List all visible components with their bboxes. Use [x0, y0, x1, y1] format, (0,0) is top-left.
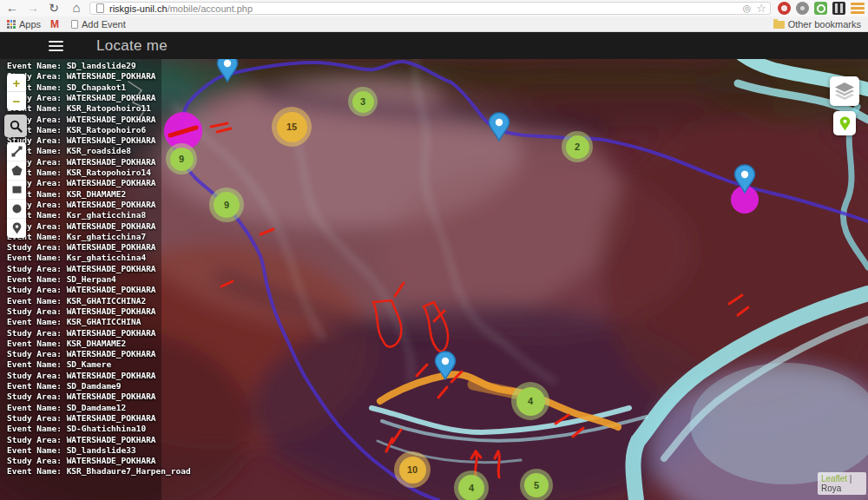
map-canvas[interactable]: Event Name: SD_landslide29Study Area: WA…	[0, 59, 868, 500]
event-list-row[interactable]: Event Name: KSR_Bhadaure7_Harpen_road	[7, 466, 191, 477]
bookmark-star-icon[interactable]: ☆	[756, 2, 766, 15]
cluster-marker[interactable]: 9	[166, 143, 197, 174]
url-bar[interactable]: riskgis-unil.ch/mobile/account.php ◎ ☆	[89, 2, 771, 15]
event-list-row[interactable]: Study Area: WATERSHADE_POKHARA	[7, 93, 156, 103]
search-button[interactable]	[4, 115, 27, 137]
event-list-row[interactable]: Study Area: WATERSHADE_POKHARA	[7, 328, 156, 339]
map-pin[interactable]	[434, 351, 457, 384]
zoom-in-button[interactable]: +	[7, 74, 26, 92]
url-host: riskgis-unil.ch	[109, 3, 168, 14]
gmail-icon: M	[50, 18, 59, 30]
event-list-row[interactable]: Study Area: WATERSHADE_POKHARA	[7, 391, 156, 402]
apps-grid-icon	[7, 20, 16, 29]
other-bookmarks-label: Other bookmarks	[788, 19, 861, 30]
event-list-row[interactable]: Study Area: WATERSHADE_POKHARA	[7, 221, 156, 232]
apps-label: Apps	[19, 19, 41, 30]
attribution-separator: |	[850, 474, 852, 484]
draw-circle-button[interactable]	[7, 200, 26, 219]
map-pin[interactable]	[733, 164, 756, 197]
event-list-row[interactable]: Event Name: SD_Damdame9	[7, 381, 122, 391]
rectangle-icon	[11, 184, 23, 195]
event-list-row[interactable]: Study Area: WATERSHADE_POKHARA	[7, 135, 156, 146]
gmail-bookmark[interactable]: M	[50, 16, 59, 32]
bookmark-page-icon	[71, 20, 78, 29]
draw-toolbar	[7, 142, 26, 238]
event-list-row[interactable]: Event Name: SD-Ghatichhina10	[7, 424, 146, 434]
event-list-row[interactable]: Study Area: WATERSHADE_POKHARA	[7, 413, 156, 424]
cluster-marker[interactable]: 9	[209, 188, 244, 222]
map-pin[interactable]	[488, 112, 510, 145]
reel-extension-icon[interactable]	[796, 2, 809, 15]
map-pin[interactable]	[216, 59, 239, 86]
event-list-row[interactable]: Study Area: WATERSHADE_POKHARA	[7, 115, 156, 125]
event-list-row[interactable]: Event Name: Ksr_ghaticchina8	[7, 210, 146, 220]
event-list-row[interactable]: Study Area: WATERSHADE_POKHARA	[7, 349, 156, 359]
draw-polygon-button[interactable]	[7, 161, 26, 181]
leaflet-link[interactable]: Leaflet	[821, 474, 847, 484]
search-extension-icon[interactable]	[814, 2, 827, 15]
attribution: Leaflet | Roya	[818, 472, 866, 495]
event-list-row[interactable]: Event Name: KSR_GHATICCHINA2	[7, 296, 146, 306]
event-list-row[interactable]: Study Area: WATERSHADE_POKHARA	[7, 178, 156, 188]
event-list-row[interactable]: Study Area: WATERSHADE_POKHARA	[7, 71, 156, 82]
event-list-row[interactable]: Event Name: KSR_Ratopohoiro6	[7, 125, 146, 135]
event-list-row[interactable]: Study Area: WATERSHADE_POKHARA	[7, 242, 156, 253]
back-icon[interactable]: ←	[3, 0, 21, 16]
filmstrip-extension-icon[interactable]	[832, 2, 845, 15]
event-list-row[interactable]: Event Name: SD_Damdame12	[7, 403, 126, 413]
geolocation-icon[interactable]: ◎	[743, 3, 752, 14]
event-list-row[interactable]: Study Area: WATERSHADE_POKHARA	[7, 285, 156, 295]
browser-menu-icon[interactable]	[851, 3, 865, 14]
url-text[interactable]: riskgis-unil.ch/mobile/account.php	[109, 3, 253, 14]
event-list-row[interactable]: Study Area: WATERSHADE_POKHARA	[7, 456, 156, 466]
zoom-control: + −	[7, 74, 26, 110]
event-list-row[interactable]: Event Name: KSR_GHATICCHINA	[7, 317, 141, 327]
locate-pin-control[interactable]	[833, 111, 856, 135]
folder-icon	[773, 21, 785, 29]
cluster-marker[interactable]: 10	[394, 451, 431, 488]
browser-toolbar: ← → ↻ ⌂ riskgis-unil.ch/mobile/account.p…	[0, 0, 868, 16]
event-list-row[interactable]: Study Area: WATERSHADE_POKHARA	[7, 435, 156, 445]
cluster-marker[interactable]: 4	[511, 382, 549, 420]
menu-icon[interactable]	[49, 41, 63, 51]
event-list-row[interactable]: Event Name: Ksr_ghaticchina4	[7, 253, 146, 263]
circle-icon	[11, 203, 23, 214]
add-event-bookmark[interactable]: Add Event	[71, 16, 126, 32]
event-list-row[interactable]: Study Area: WATERSHADE_POKHARA	[7, 200, 156, 210]
other-bookmarks[interactable]: Other bookmarks	[773, 16, 861, 32]
polyline-icon	[11, 146, 23, 157]
forward-icon[interactable]: →	[24, 0, 42, 16]
event-list-row[interactable]: Event Name: SD_Herpan4	[7, 274, 116, 285]
cluster-marker[interactable]: 2	[562, 131, 593, 162]
page-title: Locate me	[96, 37, 168, 55]
draw-marker-button[interactable]	[7, 219, 26, 238]
cluster-marker[interactable]: 3	[348, 87, 378, 116]
zoom-out-button[interactable]: −	[7, 92, 26, 110]
marker-icon	[12, 222, 22, 234]
event-list-row[interactable]: Event Name: Ksr_ghaticchina7	[7, 232, 146, 242]
cluster-marker[interactable]: 15	[272, 107, 312, 147]
event-list-row[interactable]: Event Name: KSR_DHAMAME2	[7, 339, 126, 349]
apps-shortcut[interactable]: Apps	[7, 16, 41, 32]
event-list-row[interactable]: Study Area: WATERSHADE_POKHARA	[7, 157, 156, 168]
event-list-row[interactable]: Study Area: WATERSHADE_POKHARA	[7, 264, 156, 274]
event-list-row[interactable]: Study Area: WATERSHADE_POKHARA	[7, 371, 156, 381]
add-event-label: Add Event	[82, 19, 126, 30]
draw-polyline-button[interactable]	[7, 142, 26, 161]
app-header: Locate me	[0, 32, 868, 59]
event-list-row[interactable]: Event Name: SD_landslide29	[7, 61, 136, 71]
layers-control[interactable]	[830, 76, 859, 106]
refresh-icon[interactable]: ↻	[45, 0, 62, 16]
event-list-row[interactable]: Study Area: WATERSHADE_POKHARA	[7, 306, 156, 317]
polygon-icon	[11, 165, 23, 176]
event-list-row[interactable]: Event Name: SD_Kamere	[7, 359, 111, 370]
draw-rectangle-button[interactable]	[7, 181, 26, 200]
adblock-extension-icon[interactable]	[778, 2, 791, 15]
cluster-marker[interactable]: 5	[520, 469, 553, 500]
event-list-row[interactable]: Event Name: KSR_Ratopohoiro14	[7, 168, 151, 178]
event-list-row[interactable]: Event Name: KSR_Ratopohoiro11	[7, 103, 151, 114]
event-list-row[interactable]: Event Name: SD_landslide33	[7, 445, 136, 456]
cluster-marker[interactable]: 4	[454, 470, 489, 500]
attribution-partner: Roya	[821, 484, 841, 493]
home-icon[interactable]: ⌂	[68, 0, 85, 16]
